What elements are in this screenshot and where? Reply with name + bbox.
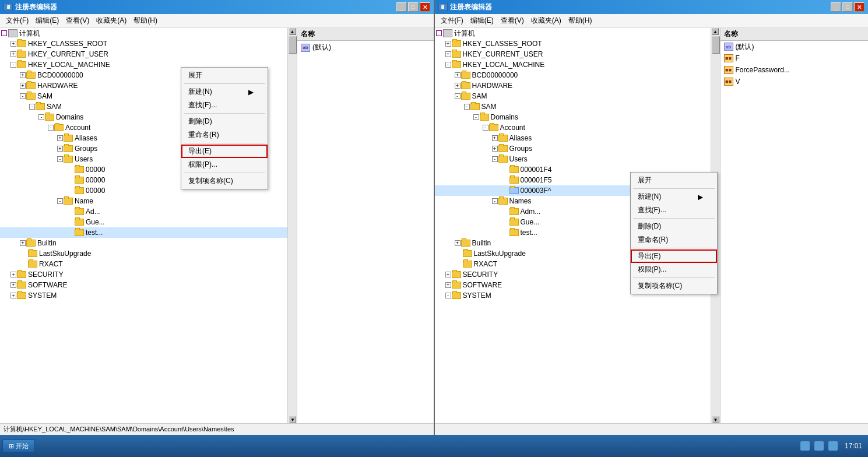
tree-rxact-left[interactable]: RXACT <box>0 259 287 269</box>
scroll-thumb-left[interactable] <box>289 36 297 54</box>
expand-system-left[interactable]: + <box>10 293 16 298</box>
expand-groups-left[interactable]: + <box>57 146 63 152</box>
expand-aliases-left[interactable]: + <box>57 135 63 141</box>
tree-bcd-right[interactable]: + BCD00000000 <box>435 70 711 80</box>
scroll-up-right[interactable]: ▲ <box>712 28 719 35</box>
scroll-down-left[interactable]: ▼ <box>289 416 296 423</box>
tree-names-left[interactable]: - Name <box>0 196 287 206</box>
expand-builtin-left[interactable]: + <box>20 240 26 246</box>
folder-bcd-left <box>26 72 36 79</box>
ctx-delete-left[interactable]: 删除(D) <box>181 115 268 128</box>
expand-bcd-left[interactable]: + <box>20 72 26 78</box>
tree-domains-right[interactable]: - Domains <box>435 112 711 122</box>
scroll-down-right[interactable]: ▼ <box>712 416 719 423</box>
close-btn-left[interactable]: ✕ <box>420 2 430 12</box>
expand-hw-left[interactable]: + <box>20 83 26 89</box>
left-tree-scrollbar[interactable]: ▲ ▼ <box>287 28 297 423</box>
notify-icon-1 <box>800 441 810 451</box>
folder-hkcu-left <box>17 51 26 58</box>
root-expand-left[interactable]: - <box>1 30 7 36</box>
expand-sam-top-left[interactable]: - <box>20 93 26 99</box>
tree-lastsku-left[interactable]: LastSkuUpgrade <box>0 248 287 259</box>
expand-names-left[interactable]: - <box>57 198 63 204</box>
left-window: 🖥 注册表编辑器 _ □ ✕ 文件(F) 编辑(E) 查看(V) 收藏夹(A) … <box>0 0 435 435</box>
expand-hkcr-left[interactable]: + <box>10 41 16 47</box>
scroll-up-left[interactable]: ▲ <box>289 28 296 35</box>
ctx-rename-left[interactable]: 重命名(R) <box>181 128 268 142</box>
menu-favs-right[interactable]: 收藏夹(A) <box>528 15 565 27</box>
tree-aliases-right[interactable]: + Aliases <box>435 133 711 143</box>
tree-hkcr-left[interactable]: + HKEY_CLASSES_ROOT <box>0 38 287 49</box>
label-rxact-right: RXACT <box>474 260 498 268</box>
expand-sam-child-left[interactable]: - <box>29 104 35 110</box>
minimize-btn-left[interactable]: _ <box>396 2 407 12</box>
scroll-thumb-right[interactable] <box>712 36 720 54</box>
menu-view-left[interactable]: 查看(V) <box>62 15 93 27</box>
tree-groups-right[interactable]: + Groups <box>435 143 711 154</box>
ctx-copy-left[interactable]: 复制项名称(C) <box>181 174 268 188</box>
tree-sam-child-right[interactable]: - SAM <box>435 101 711 112</box>
notify-icon-2 <box>814 441 824 451</box>
ctx-export-right[interactable]: 导出(E) <box>631 249 717 263</box>
ctx-rename-right[interactable]: 重命名(R) <box>631 233 717 247</box>
tree-adm-left[interactable]: Ad... <box>0 206 287 217</box>
menu-help-left[interactable]: 帮助(H) <box>130 15 161 27</box>
tree-hkcu-left[interactable]: + HKEY_CURRENT_USER <box>0 49 287 59</box>
menu-edit-left[interactable]: 编辑(E) <box>32 15 62 27</box>
tree-builtin-left[interactable]: + Builtin <box>0 238 287 248</box>
ctx-new-left[interactable]: 新建(N) ▶ <box>181 85 268 99</box>
label-user3fa-right: 000003F^ <box>521 187 551 195</box>
label-lastsku-left: LastSkuUpgrade <box>39 249 91 258</box>
expand-security-left[interactable]: + <box>10 272 16 277</box>
close-btn-right[interactable]: ✕ <box>854 2 865 12</box>
ctx-copy-right[interactable]: 复制项名称(C) <box>631 279 717 293</box>
tree-root-left[interactable]: - 计算机 <box>0 28 287 38</box>
expand-software-left[interactable]: + <box>10 282 16 288</box>
tree-account-right[interactable]: - Account <box>435 122 711 133</box>
menu-help-right[interactable]: 帮助(H) <box>565 15 596 27</box>
expand-hkcu-left[interactable]: + <box>10 51 16 57</box>
tree-system-left[interactable]: + SYSTEM <box>0 290 287 301</box>
tree-hkcr-right[interactable]: + HKEY_CLASSES_ROOT <box>435 38 711 49</box>
ctx-expand-left[interactable]: 展开 <box>181 69 268 82</box>
regedit-icon-left: 🖥 <box>3 3 13 11</box>
menu-favs-left[interactable]: 收藏夹(A) <box>93 15 130 27</box>
expand-hklm-left[interactable]: - <box>10 62 16 68</box>
folder-user1-left <box>75 166 84 173</box>
tree-hw-right[interactable]: + HARDWARE <box>435 80 711 91</box>
root-expand-right[interactable]: - <box>436 30 442 36</box>
minimize-btn-right[interactable]: _ <box>831 2 841 12</box>
tree-users-right[interactable]: - Users <box>435 154 711 164</box>
menu-file-left[interactable]: 文件(F) <box>2 15 32 27</box>
tree-sam-top-right[interactable]: - SAM <box>435 91 711 101</box>
ctx-find-right[interactable]: 查找(F)... <box>631 203 717 217</box>
tree-software-left[interactable]: + SOFTWARE <box>0 280 287 290</box>
right-title-bar: 🖥 注册表编辑器 _ □ ✕ <box>435 0 869 14</box>
tree-test-left[interactable]: test... <box>0 227 287 238</box>
maximize-btn-right[interactable]: □ <box>842 2 853 12</box>
maximize-btn-left[interactable]: □ <box>408 2 419 12</box>
ctx-new-right[interactable]: 新建(N) ▶ <box>631 190 717 203</box>
tree-root-right[interactable]: - 计算机 <box>435 28 711 38</box>
menu-view-right[interactable]: 查看(V) <box>497 15 528 27</box>
ctx-sep2-right <box>633 218 715 219</box>
ctx-find-left[interactable]: 查找(F)... <box>181 99 268 112</box>
tree-hkcu-right[interactable]: + HKEY_CURRENT_USER <box>435 49 711 59</box>
ctx-expand-right[interactable]: 展开 <box>631 174 717 187</box>
status-path-left: 计算机\HKEY_LOCAL_MACHINE\SAM\SAM\Domains\A… <box>3 425 234 434</box>
tree-hklm-right[interactable]: - HKEY_LOCAL_MACHINE <box>435 59 711 70</box>
expand-users-left[interactable]: - <box>57 156 63 162</box>
expand-domains-left[interactable]: - <box>38 114 44 120</box>
ctx-perms-right[interactable]: 权限(P)... <box>631 263 717 276</box>
ctx-perms-left[interactable]: 权限(P)... <box>181 158 268 171</box>
menu-edit-right[interactable]: 编辑(E) <box>467 15 497 27</box>
folder-aliases-left <box>64 135 73 142</box>
ctx-export-left[interactable]: 导出(E) <box>181 145 268 158</box>
menu-file-right[interactable]: 文件(F) <box>437 15 467 27</box>
tree-gue-left[interactable]: Gue... <box>0 217 287 227</box>
start-button[interactable]: ⊞ 开始 <box>2 440 35 453</box>
ctx-delete-right[interactable]: 删除(D) <box>631 220 717 233</box>
expand-account-left[interactable]: - <box>48 125 54 131</box>
tree-security-left[interactable]: + SECURITY <box>0 269 287 280</box>
left-values-panel: 名称 ab (默认) <box>297 28 434 423</box>
